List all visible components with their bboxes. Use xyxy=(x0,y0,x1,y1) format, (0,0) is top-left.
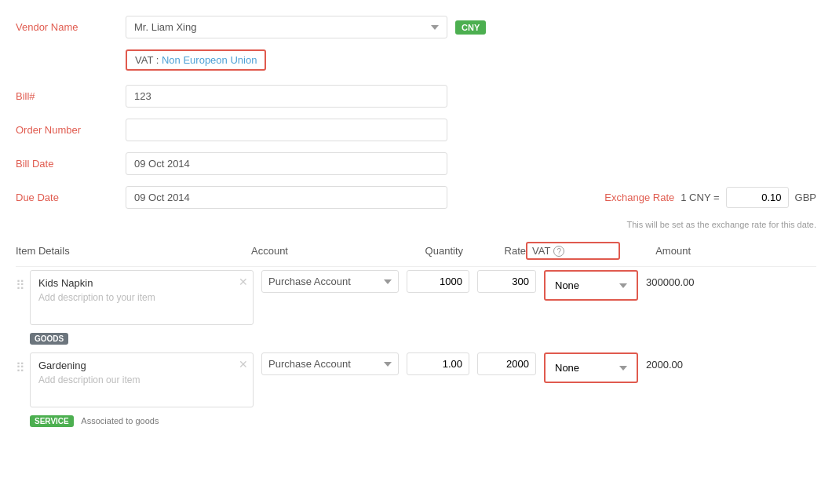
exchange-rate-group: Exchange Rate 1 CNY = GBP xyxy=(604,187,816,208)
rate-input-2[interactable] xyxy=(477,352,536,375)
bill-date-row: Bill Date xyxy=(16,152,816,175)
rate-cell-1 xyxy=(477,270,536,293)
item-name-2: Gardening xyxy=(38,360,86,371)
account-cell-2: Purchase Account xyxy=(261,352,399,375)
table-header-row: Item Details Account Quantity Rate VAT ?… xyxy=(16,242,816,267)
qty-input-2[interactable] xyxy=(407,352,469,375)
drag-handle-2[interactable]: ⠿ xyxy=(16,352,30,375)
bill-row: Bill# xyxy=(16,85,816,108)
vat-info-box: VAT : Non Europeon Union xyxy=(126,49,266,71)
order-input[interactable] xyxy=(126,119,447,141)
order-row: Order Number xyxy=(16,119,816,141)
item-badge-1: GOODS xyxy=(30,333,68,345)
table-row: ⠿ Gardening ✕ Add description our item S… xyxy=(16,352,816,427)
vat-info-icon[interactable]: ? xyxy=(553,246,564,257)
item-name-1: Kids Napkin xyxy=(38,277,93,289)
account-select-2[interactable]: Purchase Account xyxy=(261,352,399,375)
vat-cell-2: None xyxy=(544,352,638,383)
exchange-note: This will be set as the exchange rate fo… xyxy=(16,220,816,229)
vat-cell-1: None xyxy=(544,270,638,301)
qty-cell-2 xyxy=(407,352,469,375)
vat-select-2[interactable]: None xyxy=(549,357,633,378)
vendor-controls: Mr. Liam Xing CNY xyxy=(126,16,486,38)
bill-input[interactable] xyxy=(126,85,447,108)
item-badge-2: SERVICE xyxy=(30,415,74,427)
drag-handle-1[interactable]: ⠿ xyxy=(16,270,30,293)
rate-cell-2 xyxy=(477,352,536,375)
vat-value: Non Europeon Union xyxy=(162,54,257,66)
item-desc-2: Add description our item xyxy=(38,374,245,385)
currency-badge: CNY xyxy=(455,20,486,35)
item-desc-1: Add description to your item xyxy=(38,292,245,303)
vendor-select[interactable]: Mr. Liam Xing xyxy=(126,16,447,38)
item-close-2[interactable]: ✕ xyxy=(239,358,248,371)
item-detail-cell-2: Gardening ✕ Add description our item SER… xyxy=(30,352,254,427)
item-close-1[interactable]: ✕ xyxy=(239,276,248,288)
qty-cell-1 xyxy=(407,270,469,293)
due-date-exchange-row: Due Date Exchange Rate 1 CNY = GBP xyxy=(16,186,816,209)
item-box-1: Kids Napkin ✕ Add description to your it… xyxy=(30,270,254,325)
th-account: Account xyxy=(251,245,392,257)
account-select-1[interactable]: Purchase Account xyxy=(261,270,399,293)
item-detail-cell-1: Kids Napkin ✕ Add description to your it… xyxy=(30,270,254,345)
vat-select-1[interactable]: None xyxy=(549,275,633,296)
account-cell-1: Purchase Account xyxy=(261,270,399,293)
due-date-label: Due Date xyxy=(16,192,126,203)
exchange-rate-input[interactable] xyxy=(726,187,789,208)
vat-select-wrapper-1: None xyxy=(544,270,638,301)
qty-input-1[interactable] xyxy=(407,270,469,293)
bill-date-label: Bill Date xyxy=(16,158,126,170)
rate-input-1[interactable] xyxy=(477,270,536,293)
vat-select-wrapper-2: None xyxy=(544,352,638,383)
order-label: Order Number xyxy=(16,124,126,136)
item-badge-note-2: Associated to goods xyxy=(81,416,159,425)
th-rate: Rate xyxy=(463,245,526,257)
amount-val-2: 2000.00 xyxy=(646,352,683,371)
items-table: Item Details Account Quantity Rate VAT ?… xyxy=(16,242,816,427)
th-item-details: Item Details xyxy=(16,245,251,257)
amount-val-1: 300000.00 xyxy=(646,270,694,288)
due-date-input[interactable] xyxy=(126,186,447,209)
vat-prefix: VAT : xyxy=(135,54,162,66)
bill-label: Bill# xyxy=(16,90,126,102)
bill-date-input[interactable] xyxy=(126,152,447,175)
th-quantity: Quantity xyxy=(392,245,463,257)
exchange-prefix: 1 CNY = xyxy=(681,192,719,203)
item-box-2: Gardening ✕ Add description our item xyxy=(30,352,254,407)
th-amount: Amount xyxy=(620,245,691,257)
exchange-currency: GBP xyxy=(795,192,816,203)
exchange-rate-label: Exchange Rate xyxy=(604,192,674,203)
vendor-name-row: Vendor Name Mr. Liam Xing CNY xyxy=(16,16,816,38)
table-row: ⠿ Kids Napkin ✕ Add description to your … xyxy=(16,270,816,345)
vendor-label: Vendor Name xyxy=(16,21,126,33)
th-vat: VAT ? xyxy=(526,242,620,260)
